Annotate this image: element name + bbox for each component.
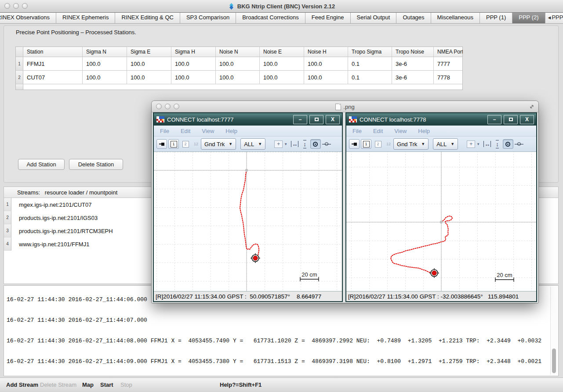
marker-mode-button[interactable] bbox=[156, 139, 167, 149]
cell[interactable]: 100.0 bbox=[83, 71, 127, 84]
fit-width-icon[interactable]: ↔ bbox=[483, 141, 491, 147]
tab-rinex-ephemeris[interactable]: RINEX Ephemeris bbox=[56, 13, 115, 23]
cell[interactable]: 100.0 bbox=[127, 71, 171, 84]
tab-ppp-1[interactable]: PPP (1) bbox=[480, 13, 512, 23]
cell-station[interactable]: CUT07 bbox=[23, 71, 83, 84]
one-panel-button[interactable]: 1 bbox=[361, 139, 371, 149]
tab-serial-output[interactable]: Serial Output bbox=[351, 13, 397, 23]
header-corner bbox=[16, 47, 23, 57]
menu-bar: File Edit View Help bbox=[154, 126, 342, 137]
scale-label: 20 cm bbox=[497, 272, 512, 278]
resize-icon[interactable] bbox=[529, 104, 535, 110]
cell[interactable]: 100.0 bbox=[127, 57, 171, 70]
log-scrollbar[interactable] bbox=[550, 287, 557, 375]
chevron-down-icon[interactable]: ▼ bbox=[476, 142, 480, 146]
cell[interactable]: 100.0 bbox=[216, 57, 260, 70]
col-tropo-noise: Tropo Noise bbox=[392, 47, 434, 57]
delete-station-button[interactable]: Delete Station bbox=[69, 159, 123, 170]
cell[interactable]: 100.0 bbox=[304, 57, 348, 70]
connect-titlebar[interactable]: CONNECT localhost:7777 – X bbox=[154, 113, 342, 126]
track-record-toggle[interactable] bbox=[310, 139, 321, 149]
add-station-button[interactable]: Add Station bbox=[18, 159, 65, 170]
zoom-mode-icon[interactable]: + bbox=[467, 140, 475, 148]
close-button[interactable]: X bbox=[520, 115, 534, 124]
png-titlebar[interactable]: .png bbox=[152, 101, 538, 112]
main-titlebar: BKG Ntrip Client (BNC) Version 2.12 bbox=[0, 0, 563, 13]
close-button[interactable]: X bbox=[326, 115, 340, 124]
fit-width-icon[interactable]: ↔ bbox=[291, 141, 298, 147]
menu-view[interactable]: View bbox=[202, 128, 214, 134]
fit-height-icon[interactable]: ↕ bbox=[496, 140, 499, 148]
cell[interactable]: 100.0 bbox=[304, 71, 348, 84]
cell[interactable]: 0.1 bbox=[348, 71, 392, 84]
stream-row-number: 4 bbox=[4, 237, 11, 251]
fit-height-icon[interactable]: ↕ bbox=[303, 140, 306, 148]
cell[interactable]: 100.0 bbox=[83, 57, 127, 70]
tab-feed-engine[interactable]: Feed Engine bbox=[305, 13, 351, 23]
marker-mode-button[interactable] bbox=[349, 139, 360, 149]
crosshair-icon[interactable] bbox=[322, 140, 331, 148]
two-panel-button[interactable]: 2 bbox=[180, 139, 191, 149]
minimize-button[interactable]: – bbox=[487, 115, 501, 124]
maximize-button[interactable] bbox=[309, 115, 323, 124]
tab-miscellaneous[interactable]: Miscellaneous bbox=[431, 13, 480, 23]
chevron-down-icon[interactable]: ▼ bbox=[284, 142, 287, 146]
plot-type-dropdown[interactable]: Gnd Trk▼ bbox=[201, 138, 236, 150]
stream-row-number: 3 bbox=[4, 224, 11, 237]
tab-rinex-editing-qc[interactable]: RINEX Editing & QC bbox=[115, 13, 180, 23]
menu-file[interactable]: File bbox=[160, 128, 169, 134]
tab-scroll-left-button[interactable]: ◄PPP bbox=[545, 13, 563, 23]
delete-stream-button[interactable]: Delete Stream bbox=[40, 381, 76, 388]
window-title-text: BKG Ntrip Client (BNC) Version 2.12 bbox=[237, 3, 335, 10]
minimize-button[interactable]: – bbox=[293, 115, 307, 124]
menu-edit[interactable]: Edit bbox=[181, 128, 190, 134]
twelve-panel-label: 12 bbox=[194, 142, 198, 146]
satellite-filter-dropdown[interactable]: ALL▼ bbox=[433, 138, 458, 150]
cell[interactable]: 3e-6 bbox=[392, 71, 434, 84]
menu-help[interactable]: Help bbox=[418, 128, 430, 134]
two-panel-button[interactable]: 2 bbox=[373, 139, 383, 149]
tab-broadcast-corrections[interactable]: Broadcast Corrections bbox=[236, 13, 305, 23]
tab-rinex-observations[interactable]: RINEX Observations bbox=[0, 13, 56, 23]
cell[interactable]: 100.0 bbox=[171, 71, 216, 84]
table-row: 1 FFMJ1 100.0 100.0 100.0 100.0 100.0 10… bbox=[16, 57, 462, 71]
col-noise-n: Noise N bbox=[216, 47, 260, 57]
tab-ppp-2[interactable]: PPP (2) bbox=[512, 13, 545, 23]
log-scrollbar-thumb[interactable] bbox=[552, 349, 556, 373]
cell[interactable]: 0.1 bbox=[348, 57, 392, 70]
stop-button[interactable]: Stop bbox=[120, 381, 132, 388]
zoom-mode-icon[interactable]: + bbox=[274, 140, 283, 148]
menu-edit[interactable]: Edit bbox=[373, 128, 383, 134]
cell[interactable]: 7778 bbox=[434, 71, 463, 84]
one-panel-button[interactable]: 1 bbox=[168, 139, 179, 149]
cell[interactable]: 100.0 bbox=[260, 57, 304, 70]
cell[interactable]: 100.0 bbox=[260, 71, 304, 84]
cell-station[interactable]: FFMJ1 bbox=[23, 57, 83, 70]
cell[interactable]: 7777 bbox=[434, 57, 463, 70]
chevron-down-icon: ▼ bbox=[421, 142, 425, 146]
start-button[interactable]: Start bbox=[100, 381, 113, 388]
cell[interactable]: 100.0 bbox=[171, 57, 216, 70]
table-empty-area bbox=[16, 84, 462, 90]
menu-file[interactable]: File bbox=[352, 128, 362, 134]
satellite-filter-dropdown[interactable]: ALL▼ bbox=[240, 138, 265, 150]
menu-view[interactable]: View bbox=[394, 128, 407, 134]
cell[interactable]: 3e-6 bbox=[392, 57, 434, 70]
menu-help[interactable]: Help bbox=[225, 128, 237, 134]
tab-outages[interactable]: Outages bbox=[396, 13, 431, 23]
connect-window-7778: CONNECT localhost:7778 – X File Edit Vie… bbox=[345, 112, 537, 302]
crosshair-icon[interactable] bbox=[515, 140, 523, 148]
col-tropo-sigma: Tropo Sigma bbox=[348, 47, 392, 57]
tab-bar: RINEX Observations RINEX Ephemeris RINEX… bbox=[0, 12, 563, 24]
ground-track-plot-7778[interactable]: 20 cm bbox=[346, 151, 536, 291]
maximize-button[interactable] bbox=[504, 115, 518, 124]
status-bar: [R]2016/02/27 11:15:34.00 GPST : -32.003… bbox=[346, 291, 536, 301]
cell[interactable]: 100.0 bbox=[216, 71, 260, 84]
track-record-toggle[interactable] bbox=[503, 139, 513, 149]
map-button[interactable]: Map bbox=[82, 381, 94, 388]
ground-track-plot-7777[interactable]: 20 cm bbox=[154, 151, 342, 291]
connect-titlebar[interactable]: CONNECT localhost:7778 – X bbox=[346, 113, 536, 126]
add-stream-button[interactable]: Add Stream bbox=[6, 381, 38, 388]
tab-sp3-comparison[interactable]: SP3 Comparison bbox=[180, 13, 236, 23]
plot-type-dropdown[interactable]: Gnd Trk▼ bbox=[393, 138, 429, 150]
